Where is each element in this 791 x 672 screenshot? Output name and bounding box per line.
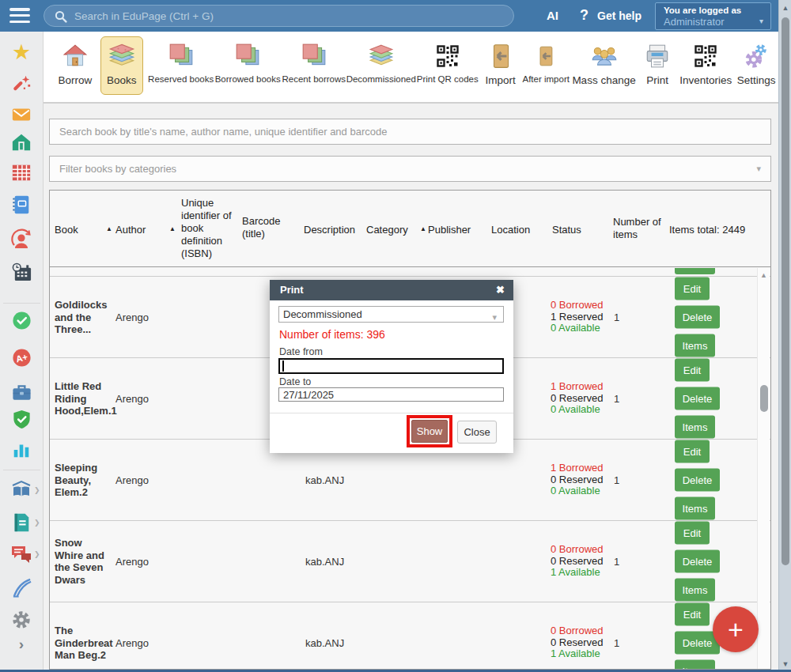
book-author: Arengo <box>115 556 165 568</box>
show-button[interactable]: Show <box>411 420 448 443</box>
close-button[interactable]: Close <box>457 421 497 444</box>
add-book-button[interactable]: + <box>713 606 759 652</box>
col-author[interactable]: Author <box>115 224 146 236</box>
table-scrollbar[interactable]: ▲ <box>757 268 770 670</box>
gears-icon <box>743 40 770 72</box>
logged-user-menu[interactable]: You are logged as Administrator ▾ <box>655 2 771 30</box>
star-icon[interactable]: ★ <box>10 41 32 63</box>
magic-wand-icon[interactable] <box>10 73 32 95</box>
toolbar-item-recent-borrows[interactable]: Recent borrows <box>282 36 346 95</box>
items-button[interactable]: Items <box>675 334 715 357</box>
gear-icon[interactable] <box>10 609 32 631</box>
expand-sidebar-chevron[interactable]: › <box>19 636 24 653</box>
page-scrollbar-thumb[interactable] <box>782 17 789 565</box>
book-search-field[interactable] <box>49 119 771 145</box>
text-cursor <box>282 361 284 372</box>
sort-asc-icon[interactable]: ▲ <box>169 225 176 232</box>
col-status[interactable]: Status <box>552 224 581 236</box>
help-question-icon[interactable]: ? <box>580 7 589 24</box>
col-isbn[interactable]: Unique identifier of book definition (IS… <box>181 197 241 260</box>
global-search-input[interactable] <box>74 7 501 25</box>
calendar-clock-icon[interactable] <box>10 261 32 283</box>
delete-button[interactable]: Delete <box>675 387 720 410</box>
status-available: 0 Available <box>551 404 611 416</box>
book-title: The Ginderbreat Man Beg.2 <box>55 625 112 662</box>
caret-down-icon: ▾ <box>756 164 761 174</box>
col-barcode[interactable]: Barcode (title) <box>242 215 293 240</box>
category-filter-input[interactable] <box>50 157 770 181</box>
col-number-of-items[interactable]: Number of items <box>613 216 668 241</box>
book-description: kab.ANJ <box>305 637 361 649</box>
col-location[interactable]: Location <box>491 224 530 236</box>
grade-a-plus-icon[interactable]: A+ <box>10 346 32 368</box>
stats-bars-icon[interactable] <box>10 439 32 461</box>
category-filter-select[interactable]: ▾ <box>49 156 771 182</box>
person-refresh-icon[interactable] <box>10 228 32 251</box>
print-dialog-header: Print ✖ <box>270 280 513 300</box>
edit-button[interactable]: Edit <box>675 359 710 382</box>
items-button[interactable]: Items <box>675 579 715 602</box>
notebook-icon[interactable] <box>10 194 32 216</box>
items-button[interactable]: Items <box>675 660 715 670</box>
page-scrollbar[interactable]: ▲ ▼ <box>778 0 791 672</box>
library-toolbar: Borrow Books Reserved books Borrowed boo… <box>44 32 778 104</box>
schedule-grid-icon[interactable] <box>10 161 32 183</box>
date-from-input[interactable] <box>278 358 504 374</box>
table-scrollbar-thumb[interactable] <box>760 385 768 412</box>
book-title: Goldilocks and the Three... <box>55 299 112 336</box>
delete-button[interactable]: Delete <box>675 469 720 492</box>
toolbar-item-import[interactable]: Import <box>479 36 522 95</box>
stacked-books-icon <box>234 40 261 72</box>
sidebar-divider <box>3 303 40 304</box>
global-search-box[interactable] <box>44 5 514 27</box>
toolbar-item-print-qr-codes[interactable]: Print QR codes <box>416 36 479 95</box>
delete-button[interactable]: Delete <box>675 550 720 573</box>
mail-icon[interactable] <box>10 104 32 126</box>
col-description[interactable]: Description <box>304 224 355 236</box>
book-status: 1 Borrowed 0 Reserved 0 Available <box>551 381 611 416</box>
chat-bubbles-icon[interactable] <box>10 543 32 565</box>
col-category[interactable]: Category <box>366 224 408 236</box>
date-to-input[interactable] <box>278 387 504 402</box>
edit-button[interactable]: Edit <box>675 440 710 463</box>
delete-button[interactable]: Delete <box>675 306 720 329</box>
book-search-input[interactable] <box>50 119 770 144</box>
scroll-up-icon[interactable]: ▲ <box>758 271 770 279</box>
toolbar-item-decommissioned[interactable]: Decommissioned <box>346 36 416 95</box>
library-book-icon[interactable] <box>10 479 32 501</box>
items-button-partial[interactable] <box>675 268 715 274</box>
items-button[interactable]: Items <box>675 497 715 520</box>
scroll-down-icon[interactable]: ▼ <box>779 660 791 668</box>
col-publisher[interactable]: Publisher <box>428 224 471 236</box>
close-icon[interactable]: ✖ <box>496 284 505 296</box>
check-badge-icon[interactable] <box>10 309 32 331</box>
col-book[interactable]: Book <box>55 224 78 236</box>
toolbar-item-after-import[interactable]: After import <box>522 36 570 95</box>
sort-asc-icon[interactable]: ▲ <box>106 225 112 232</box>
toolbar-item-borrow[interactable]: Borrow <box>55 36 96 95</box>
edit-button[interactable]: Edit <box>675 522 710 545</box>
notes-document-icon[interactable] <box>10 512 32 534</box>
get-help-button[interactable]: Get help <box>597 9 642 22</box>
toolbar-item-settings[interactable]: Settings <box>734 36 778 95</box>
ai-button[interactable]: AI <box>547 9 558 22</box>
sort-asc-icon[interactable]: ▲ <box>420 225 426 232</box>
briefcase-icon[interactable] <box>10 381 32 403</box>
status-borrowed: 0 Borrowed <box>551 544 611 556</box>
home-icon[interactable] <box>10 131 32 153</box>
hamburger-menu-icon[interactable] <box>9 8 30 24</box>
toolbar-item-mass-change[interactable]: Mass change <box>570 36 638 95</box>
pen-icon[interactable] <box>10 576 32 598</box>
print-type-select[interactable]: Decommissioned ▾ <box>278 306 504 323</box>
toolbar-item-inventories[interactable]: Inventories <box>677 36 734 95</box>
shield-check-icon[interactable] <box>10 408 32 430</box>
show-button-highlight: Show <box>407 415 452 447</box>
edit-button[interactable]: Edit <box>675 603 710 626</box>
scroll-up-icon[interactable]: ▲ <box>779 4 791 12</box>
toolbar-item-reserved-books[interactable]: Reserved books <box>148 36 214 95</box>
toolbar-item-print[interactable]: Print <box>638 36 677 95</box>
items-button[interactable]: Items <box>675 416 715 439</box>
toolbar-item-books[interactable]: Books <box>100 36 143 95</box>
toolbar-item-borrowed-books[interactable]: Borrowed books <box>214 36 282 95</box>
edit-button[interactable]: Edit <box>675 277 710 300</box>
